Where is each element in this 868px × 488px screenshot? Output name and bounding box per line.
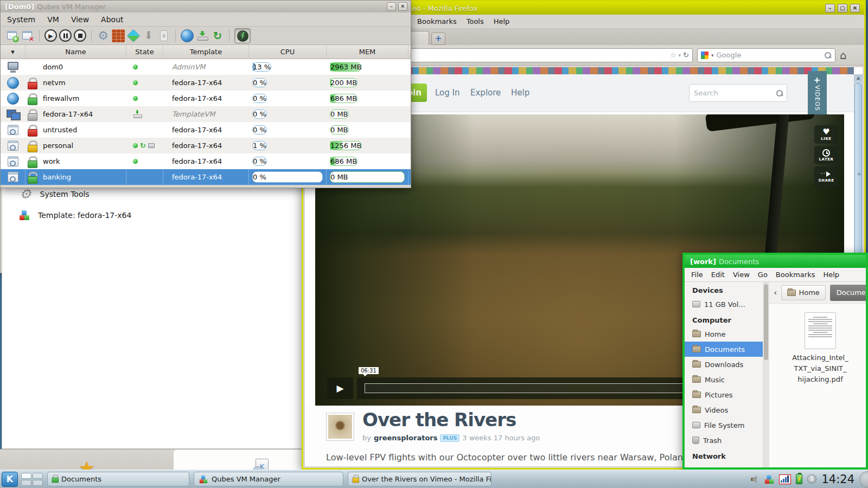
column-mem[interactable]: MEM bbox=[327, 45, 409, 59]
minimize-icon[interactable]: – bbox=[825, 4, 835, 12]
file-item-pdf[interactable]: Attacking_Intel_ TXT_via_SINIT_ hijackin… bbox=[782, 312, 858, 385]
pause-vm-icon[interactable] bbox=[59, 29, 72, 42]
network-view-toggle-icon[interactable] bbox=[234, 28, 251, 43]
share-button[interactable]: SHARE bbox=[814, 166, 838, 187]
search-bar[interactable]: ▾ Google bbox=[697, 48, 835, 62]
scroll-up-icon[interactable]: ▲ bbox=[854, 74, 863, 82]
close-icon[interactable]: ✕ bbox=[398, 2, 407, 11]
sidebar-item-volume[interactable]: 11 GB Vol... bbox=[685, 297, 763, 312]
sidebar-item-trash[interactable]: Trash bbox=[685, 433, 763, 448]
menu-view[interactable]: View bbox=[733, 271, 750, 279]
sidebar-item-music[interactable]: Music bbox=[685, 372, 763, 387]
task-documents[interactable]: Documents bbox=[47, 472, 189, 486]
global-settings-icon[interactable] bbox=[181, 29, 194, 42]
table-row-work[interactable]: work fedora-17-x64 0 % 686 MB bbox=[1, 153, 411, 169]
menu-bookmarks[interactable]: Bookmarks bbox=[776, 271, 815, 279]
table-row-fedora-17-x64[interactable]: fedora-17-x64 TemplateVM 0 % 0 MB bbox=[1, 106, 411, 122]
create-vm-icon[interactable] bbox=[6, 29, 19, 42]
firewall-icon[interactable] bbox=[112, 29, 125, 42]
pager-desktop-2[interactable] bbox=[33, 473, 43, 479]
menu-about[interactable]: About bbox=[101, 15, 123, 24]
author-link[interactable]: greensplorators bbox=[374, 434, 438, 442]
watch-later-button[interactable]: LATER bbox=[814, 146, 838, 164]
pager-desktop-1[interactable] bbox=[21, 473, 31, 479]
vimeo-help-link[interactable]: Help bbox=[511, 88, 529, 98]
desktop-pager[interactable] bbox=[21, 473, 43, 486]
table-row-personal[interactable]: personal ↻ fedora-17-x64 1 % 1256 MB bbox=[1, 138, 411, 153]
breadcrumb-current-button[interactable]: Documents bbox=[830, 285, 866, 301]
backup-icon[interactable] bbox=[196, 29, 209, 42]
clock-widget-icon[interactable] bbox=[859, 471, 868, 487]
vimeo-search-input[interactable]: Search bbox=[689, 84, 787, 102]
minimize-icon[interactable]: – bbox=[387, 2, 396, 11]
volume-icon[interactable] bbox=[751, 475, 760, 484]
sidebar-item-filesystem[interactable]: File System bbox=[685, 418, 763, 433]
menu-view[interactable]: View bbox=[71, 15, 89, 24]
network-signal-icon[interactable] bbox=[779, 474, 791, 484]
column-name[interactable]: Name bbox=[25, 45, 126, 59]
like-button[interactable]: ♥ LIKE bbox=[814, 125, 838, 144]
info-icon[interactable]: i bbox=[807, 474, 816, 484]
remove-vm-icon[interactable] bbox=[21, 29, 34, 42]
scrollbar-thumb[interactable]: ≡ bbox=[854, 83, 862, 267]
author-avatar[interactable] bbox=[326, 413, 354, 441]
pager-desktop-3[interactable] bbox=[21, 480, 31, 486]
url-dropdown-icon[interactable]: ▾ bbox=[679, 53, 681, 58]
vimeo-search-icon[interactable] bbox=[776, 89, 783, 97]
task-vm-manager[interactable]: Qubes VM Manager bbox=[194, 472, 343, 486]
task-firefox[interactable]: Over the Rivers on Vimeo - Mozilla Firef bbox=[348, 472, 492, 486]
menu-vm[interactable]: VM bbox=[47, 15, 59, 24]
breadcrumb-home-button[interactable]: Home bbox=[781, 285, 825, 300]
menu-help[interactable]: Help bbox=[494, 17, 510, 25]
file-manager-titlebar[interactable]: [work] Documents bbox=[685, 255, 866, 268]
login-link[interactable]: Log In bbox=[435, 88, 460, 98]
search-engine-dropdown-icon[interactable]: ▾ bbox=[711, 53, 714, 58]
restore-icon[interactable]: ↻ bbox=[211, 29, 224, 42]
shutdown-vm-icon[interactable] bbox=[74, 29, 86, 42]
scrollbar-thumb[interactable] bbox=[764, 284, 768, 360]
menu-bookmarks[interactable]: Bookmarks bbox=[417, 17, 457, 25]
maximize-icon[interactable]: ▢ bbox=[838, 4, 847, 12]
vm-manager-titlebar[interactable]: [Dom0] Qubes VM Manager – ✕ bbox=[1, 1, 411, 12]
new-tab-button[interactable]: + bbox=[431, 33, 445, 45]
menu-help[interactable]: Help bbox=[823, 271, 839, 279]
table-row-firewallvm[interactable]: firewallvm fedora-17-x64 0 % 686 MB bbox=[1, 91, 411, 106]
column-template[interactable]: Template bbox=[163, 45, 249, 59]
url-bar[interactable]: ☆ ▾ ↻ bbox=[389, 48, 693, 62]
close-icon[interactable]: ✕ bbox=[850, 4, 860, 12]
menu-edit[interactable]: Edit bbox=[711, 271, 725, 279]
sidebar-item-home[interactable]: Home bbox=[685, 326, 763, 342]
videos-side-tab[interactable]: + VIDEOS bbox=[808, 71, 827, 117]
pager-desktop-4[interactable] bbox=[33, 480, 43, 486]
bookmark-star-icon[interactable]: ☆ bbox=[670, 51, 676, 59]
sidebar-item-documents[interactable]: Documents bbox=[685, 342, 763, 357]
battery-icon[interactable] bbox=[796, 474, 802, 484]
explore-link[interactable]: Explore bbox=[470, 88, 501, 98]
appmenus-icon[interactable] bbox=[127, 29, 140, 42]
sidebar-scrollbar[interactable] bbox=[763, 282, 769, 467]
kde-launcher-button[interactable]: K bbox=[2, 472, 18, 487]
table-row-banking-selected[interactable]: banking fedora-17-x64 0 % 0 MB bbox=[1, 169, 411, 185]
column-cpu[interactable]: CPU bbox=[249, 45, 327, 59]
vm-settings-icon[interactable]: ⚙ bbox=[97, 29, 110, 42]
sidebar-item-pictures[interactable]: Pictures bbox=[685, 387, 763, 402]
table-row-netvm[interactable]: netvm fedora-17-x64 0 % 200 MB bbox=[1, 75, 411, 91]
menu-system[interactable]: System bbox=[7, 15, 35, 24]
sidebar-item-videos[interactable]: Videos bbox=[685, 402, 763, 418]
search-go-icon[interactable] bbox=[824, 52, 832, 59]
reload-icon[interactable]: ↻ bbox=[683, 51, 689, 59]
column-state[interactable]: State bbox=[126, 45, 163, 59]
clock[interactable]: 14:24 bbox=[821, 473, 854, 486]
menu-tools[interactable]: Tools bbox=[467, 17, 484, 25]
start-vm-icon[interactable]: ▶ bbox=[44, 29, 57, 42]
table-row-dom0[interactable]: dom0 AdminVM 13 % 2963 MB bbox=[1, 59, 411, 75]
home-icon[interactable]: ⌂ bbox=[840, 49, 847, 62]
column-expand[interactable]: ▾ bbox=[1, 45, 25, 59]
menu-go[interactable]: Go bbox=[758, 271, 768, 279]
back-chevron-icon[interactable]: ‹ bbox=[774, 287, 777, 298]
play-button[interactable]: ▶ bbox=[327, 377, 353, 399]
menu-file[interactable]: File bbox=[691, 271, 703, 279]
sidebar-item-downloads[interactable]: Downloads bbox=[685, 357, 763, 372]
qubes-tray-icon[interactable] bbox=[765, 474, 774, 483]
table-row-untrusted[interactable]: untrusted fedora-17-x64 0 % 0 MB bbox=[1, 122, 411, 138]
